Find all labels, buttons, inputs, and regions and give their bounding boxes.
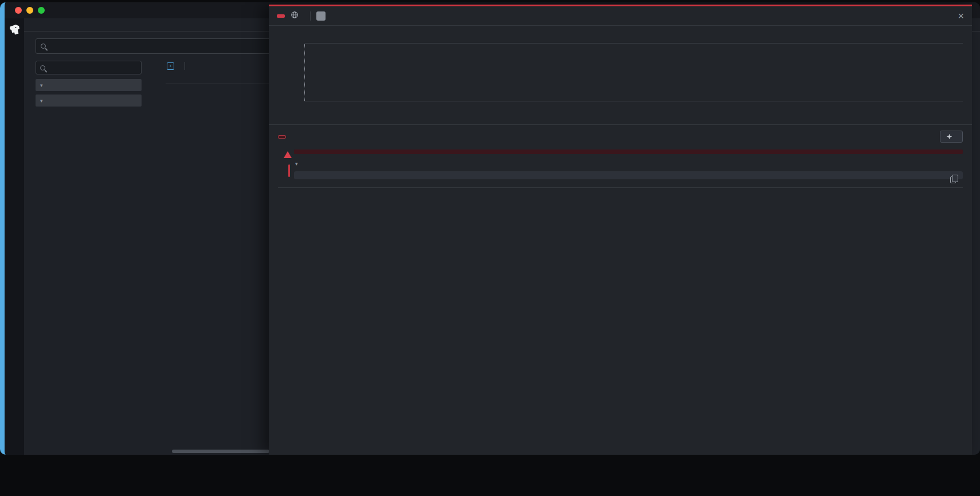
close-panel-icon[interactable]: × [958,11,964,21]
app-window: ▾ ▾ ‹ [0,2,980,455]
facets-panel: ▾ ▾ [36,61,142,109]
chevron-down-icon: ▾ [40,98,44,104]
left-nav-rail [5,18,24,455]
top-stack-frame[interactable]: ▾ [295,161,963,167]
datadog-logo-icon[interactable] [7,23,21,37]
chevron-down-icon: ▾ [40,82,44,88]
warning-icon [284,151,292,158]
x-axis [304,101,963,112]
hide-controls-button[interactable]: ‹ [167,62,178,70]
chevron-down-icon: ▾ [295,161,298,167]
y-axis [278,43,304,101]
facet-section-core[interactable]: ▾ [36,79,142,91]
code-snippet [294,171,963,179]
facet-section-others[interactable]: ▾ [36,95,142,107]
view-in-rum-button[interactable] [940,131,963,143]
maximize-window-button[interactable] [38,7,45,14]
search-icon [41,44,46,49]
sample-event: ▾ [269,125,972,208]
error-message-banner [294,149,963,154]
error-status-badge [278,135,286,139]
copy-code-icon[interactable] [950,176,956,183]
globe-icon [291,11,299,21]
javascript-icon [316,11,326,21]
sample-event-pager [269,112,972,125]
occurrence-histogram [269,35,972,112]
close-window-button[interactable] [15,7,22,14]
stack-trace: ▾ [285,149,963,179]
session-section [278,187,963,208]
collapse-panel-icon: ‹ [167,62,174,70]
total-errors-text [269,26,972,35]
facet-search-icon [40,65,45,70]
minimize-window-button[interactable] [26,7,33,14]
facet-search[interactable] [36,61,142,74]
severity-badge [277,14,285,18]
compass-icon [946,133,952,140]
issue-detail-panel: × [269,5,972,455]
facet-search-input[interactable] [49,64,137,72]
plot-area[interactable] [304,43,963,101]
horizontal-scrollbar[interactable] [172,450,269,453]
